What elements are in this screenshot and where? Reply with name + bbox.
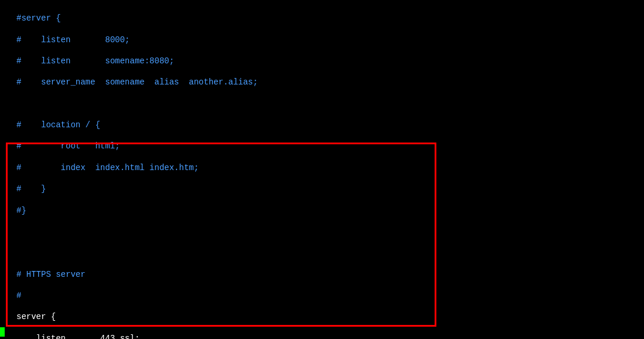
code-line: # location / { [0,120,644,130]
code-line: # listen somename:8080; [0,56,644,66]
code-line: listen 443 ssl; [0,333,644,339]
code-line: server { [0,311,644,322]
code-line [0,226,644,237]
code-line: # root html; [0,141,644,151]
code-line: # [0,290,644,301]
code-line: # HTTPS server [0,269,644,280]
code-line: #server { [0,13,644,23]
terminal-code-view[interactable]: #server { # listen 8000; # listen somena… [0,0,644,339]
code-line [0,248,644,258]
code-line: # } [0,184,644,194]
code-line: #} [0,205,644,216]
code-line [0,99,644,109]
code-line: # server_name somename alias another.ali… [0,77,644,87]
code-line: # listen 8000; [0,35,644,45]
terminal-cursor: } [0,327,5,337]
code-line: # index index.html index.htm; [0,162,644,173]
